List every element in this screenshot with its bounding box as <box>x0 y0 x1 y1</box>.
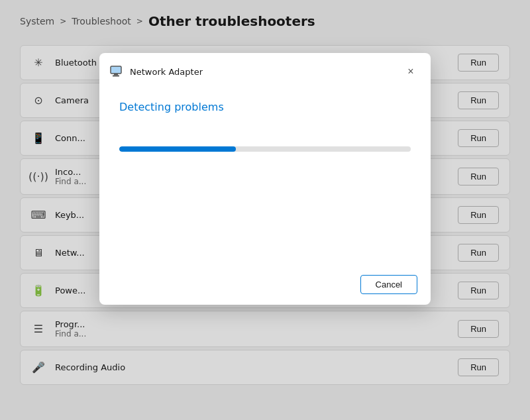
dialog-overlay: Network Adapter × Detecting problems Can… <box>0 0 530 420</box>
cancel-button[interactable]: Cancel <box>360 275 417 294</box>
svg-rect-0 <box>111 66 121 74</box>
network-adapter-dialog: Network Adapter × Detecting problems Can… <box>99 53 431 305</box>
progress-bar-container <box>119 146 411 152</box>
svg-rect-1 <box>114 74 118 76</box>
progress-bar-fill <box>119 146 236 152</box>
dialog-titlebar: Network Adapter × <box>99 53 431 87</box>
dialog-title-text: Network Adapter <box>130 67 203 77</box>
dialog-body: Detecting problems <box>99 87 431 264</box>
dialog-title-left: Network Adapter <box>110 66 203 78</box>
network-adapter-icon <box>110 66 125 78</box>
page-container: System > Troubleshoot > Other troublesho… <box>0 0 530 420</box>
dialog-close-button[interactable]: × <box>401 62 420 81</box>
svg-rect-2 <box>113 76 119 77</box>
dialog-footer: Cancel <box>99 264 431 305</box>
dialog-heading: Detecting problems <box>119 101 411 113</box>
